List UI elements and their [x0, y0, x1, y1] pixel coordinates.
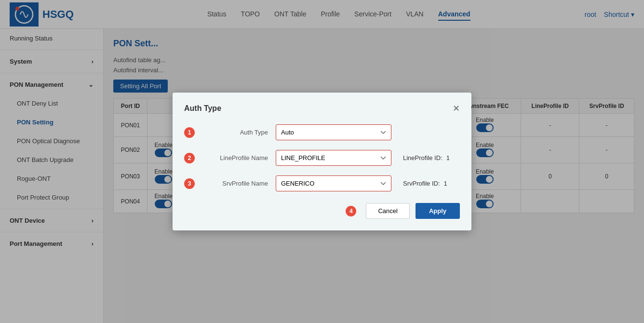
auth-type-label: Auth Type: [199, 129, 276, 136]
modal-footer: 4 Cancel Apply: [184, 203, 460, 219]
srv-profile-id-label: SrvProfile ID:: [403, 180, 440, 187]
line-profile-select[interactable]: LINE_PROFILE: [276, 150, 391, 166]
srv-profile-id-value: 1: [444, 180, 447, 187]
layout: Running Status System › PON Management ⌄…: [0, 29, 644, 323]
line-profile-id-label: LineProfile ID:: [403, 154, 443, 162]
auth-type-select[interactable]: Auto Manual Password: [276, 124, 391, 140]
srv-profile-select[interactable]: GENERICO: [276, 175, 391, 191]
step-1-badge: 1: [184, 127, 195, 138]
modal-overlay: Auth Type ✕ 1 Auth Type Auto Manual Pass…: [104, 29, 644, 323]
srv-profile-field-group: 3 SrvProfile Name GENERICO SrvProfile ID…: [184, 175, 460, 191]
line-profile-id-value: 1: [446, 154, 450, 162]
srv-profile-label: SrvProfile Name: [199, 180, 276, 187]
modal-header: Auth Type ✕: [184, 104, 460, 113]
auth-type-modal: Auth Type ✕ 1 Auth Type Auto Manual Pass…: [173, 93, 471, 230]
modal-title: Auth Type: [184, 104, 221, 113]
step-4-badge: 4: [346, 206, 356, 216]
step-3-badge: 3: [184, 178, 195, 189]
line-profile-field-group: 2 LineProfile Name LINE_PROFILE LineProf…: [184, 150, 460, 166]
auth-type-field-group: 1 Auth Type Auto Manual Password: [184, 124, 460, 140]
main-content: PON Sett... Autofind table ag... Autofin…: [104, 29, 644, 323]
step-2-badge: 2: [184, 153, 195, 163]
apply-button[interactable]: Apply: [416, 203, 460, 219]
line-profile-label: LineProfile Name: [199, 154, 276, 162]
modal-close-button[interactable]: ✕: [453, 104, 460, 113]
cancel-button[interactable]: Cancel: [366, 203, 409, 219]
